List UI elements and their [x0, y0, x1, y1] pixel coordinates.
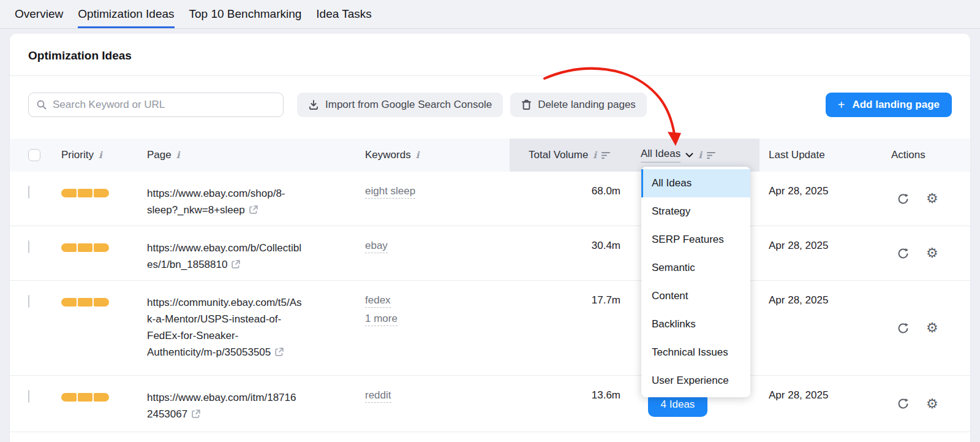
keyword-link[interactable]: reddit [365, 389, 391, 403]
table-row: https://www.ebay.com/itm/18716 2453067 r… [10, 376, 970, 432]
external-link-icon[interactable] [249, 205, 258, 218]
dropdown-item-serp-features[interactable]: SERP Features [641, 226, 750, 254]
keyword-link[interactable]: fedex [365, 294, 391, 308]
ideas-filter-dropdown-trigger[interactable]: All Ideas [641, 148, 680, 162]
last-update-header-label: Last Update [769, 149, 825, 161]
download-icon [308, 99, 319, 110]
refresh-button[interactable] [897, 397, 910, 410]
external-link-icon[interactable] [274, 347, 284, 360]
priority-indicator [61, 189, 109, 197]
table-row: https://community.ebay.com/t5/As k-a-Men… [10, 281, 970, 376]
priority-segment [78, 189, 93, 197]
import-gsc-button[interactable]: Import from Google Search Console [297, 93, 503, 117]
search-icon [36, 99, 47, 110]
ideas-filter-dropdown: All Ideas Strategy SERP Features Semanti… [641, 167, 750, 397]
row-checkbox[interactable] [28, 240, 29, 253]
priority-segment [61, 243, 77, 252]
optimization-ideas-card: Optimization Ideas Import from Google Se… [10, 34, 970, 442]
dropdown-item-technical-issues[interactable]: Technical Issues [641, 338, 750, 367]
refresh-icon [897, 397, 910, 410]
external-link-icon[interactable] [191, 409, 201, 422]
total-volume-value: 17.7m [510, 281, 637, 375]
last-update-value: Apr 28, 2025 [760, 281, 882, 375]
page-url[interactable]: https://www.ebay.com/itm/18716 2453067 [147, 392, 296, 420]
page-url[interactable]: https://www.ebay.com/b/Collectibl es/1/b… [147, 242, 301, 270]
total-volume-value: 30.4m [510, 226, 637, 280]
page-header-label: Page [147, 149, 172, 161]
tab-overview[interactable]: Overview [15, 0, 63, 28]
header-checkbox-cell [10, 139, 61, 172]
refresh-button[interactable] [897, 192, 910, 205]
priority-indicator [61, 243, 109, 252]
header-priority: Priority i [61, 139, 147, 172]
last-update-value: Apr 28, 2025 [760, 172, 882, 226]
row-checkbox[interactable] [28, 390, 29, 403]
priority-segment [61, 393, 77, 402]
priority-header-label: Priority [61, 149, 94, 161]
priority-segment [94, 393, 109, 402]
toolbar: Import from Google Search Console Delete… [28, 93, 952, 117]
dropdown-item-all-ideas[interactable]: All Ideas [641, 169, 750, 197]
total-volume-value: 13.6m [510, 376, 637, 432]
info-icon[interactable]: i [698, 151, 702, 160]
search-input[interactable] [53, 99, 276, 111]
priority-segment [78, 243, 93, 252]
keyword-link[interactable]: ebay [365, 240, 388, 253]
keywords-header-label: Keywords [365, 149, 411, 161]
dropdown-item-content[interactable]: Content [641, 282, 750, 310]
dropdown-item-semantic[interactable]: Semantic [641, 254, 750, 282]
row-checkbox[interactable] [28, 186, 29, 199]
gear-icon: ⚙ [926, 192, 938, 205]
add-landing-page-button[interactable]: + Add landing page [826, 93, 952, 117]
select-all-checkbox[interactable] [28, 149, 40, 161]
priority-segment [94, 189, 109, 197]
last-update-value: Apr 28, 2025 [760, 376, 882, 432]
settings-button[interactable]: ⚙ [926, 321, 938, 335]
settings-button[interactable]: ⚙ [926, 192, 938, 205]
total-volume-value: 68.0m [510, 172, 637, 226]
priority-segment [78, 298, 93, 307]
tab-top-10-benchmarking[interactable]: Top 10 Benchmarking [189, 0, 302, 28]
gear-icon: ⚙ [926, 246, 938, 260]
card-title: Optimization Ideas [10, 34, 970, 76]
table-row: https://www.ebay.com/b/Collectibl es/1/b… [10, 226, 970, 281]
refresh-button[interactable] [897, 247, 910, 260]
dropdown-item-backlinks[interactable]: Backlinks [641, 310, 750, 338]
row-checkbox[interactable] [28, 295, 29, 308]
priority-segment [61, 298, 77, 307]
table-header: Priority i Page i Keywords i Total Volum… [10, 139, 970, 172]
priority-indicator [61, 393, 109, 402]
dropdown-item-strategy[interactable]: Strategy [641, 197, 750, 226]
external-link-icon[interactable] [231, 259, 241, 272]
table-row: https://www.ebay.com/shop/8- sleep?_nkw=… [10, 172, 970, 226]
header-keywords: Keywords i [365, 139, 510, 172]
settings-button[interactable]: ⚙ [926, 246, 938, 260]
settings-button[interactable]: ⚙ [926, 397, 938, 411]
actions-header-label: Actions [891, 149, 925, 161]
tab-idea-tasks[interactable]: Idea Tasks [316, 0, 371, 28]
refresh-icon [897, 247, 910, 260]
info-icon[interactable]: i [593, 151, 597, 160]
trash-icon [521, 99, 532, 110]
keyword-link[interactable]: eight sleep [365, 185, 415, 199]
info-icon[interactable]: i [176, 151, 180, 160]
info-icon[interactable]: i [99, 151, 102, 160]
header-page: Page i [147, 139, 365, 172]
delete-landing-pages-label: Delete landing pages [538, 99, 636, 111]
info-icon[interactable]: i [416, 151, 420, 160]
refresh-icon [897, 322, 910, 335]
search-box[interactable] [28, 93, 284, 117]
chevron-down-icon[interactable] [685, 153, 693, 158]
delete-landing-pages-button[interactable]: Delete landing pages [510, 93, 647, 117]
header-last-update: Last Update [760, 139, 882, 172]
more-keywords-link[interactable]: 1 more [365, 313, 398, 326]
tab-optimization-ideas[interactable]: Optimization Ideas [78, 0, 174, 28]
page-url[interactable]: https://www.ebay.com/shop/8- sleep?_nkw=… [147, 188, 285, 216]
last-update-value: Apr 28, 2025 [760, 226, 882, 280]
dropdown-item-user-experience[interactable]: User Experience [641, 367, 750, 395]
sort-icon[interactable] [707, 151, 717, 159]
sort-icon[interactable] [601, 151, 611, 159]
priority-segment [61, 189, 77, 197]
refresh-button[interactable] [897, 322, 910, 335]
priority-segment [78, 393, 93, 402]
